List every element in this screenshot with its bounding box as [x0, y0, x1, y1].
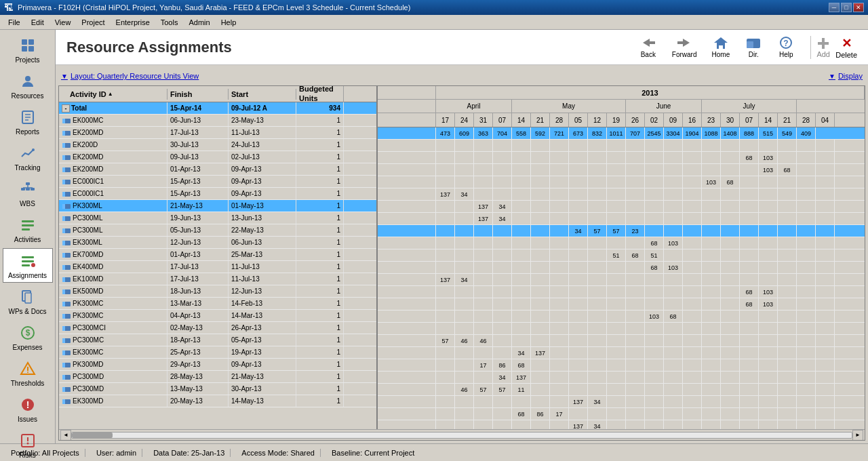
table-row[interactable]: EK300MD 20-May-13 14-May-13 1 — [59, 395, 376, 407]
table-row[interactable]: EK700MD 01-Apr-13 25-Mar-13 1 — [59, 249, 376, 261]
gantt-cell — [626, 310, 645, 322]
table-row[interactable]: EK000MC 06-Jun-13 23-May-13 1 — [59, 115, 376, 127]
h-scroll-track[interactable] — [71, 432, 852, 439]
layout-link[interactable]: ▼ Layout: Quarterly Resource Units View — [61, 72, 199, 80]
table-row[interactable]: EK300ML 12-Jun-13 06-Jun-13 1 — [59, 237, 376, 249]
sidebar-item-tracking[interactable]: Tracking — [3, 140, 53, 175]
main-table-area: Activity ID ▲ Finish Start — [58, 85, 865, 441]
table-row[interactable]: PK300MD 29-Apr-13 09-Apr-13 1 — [59, 359, 376, 371]
svg-rect-42 — [719, 45, 723, 49]
gantt-cell — [512, 420, 531, 429]
scroll-right-btn[interactable]: ► — [852, 430, 863, 441]
display-link[interactable]: ▼ Display — [829, 72, 863, 80]
collapse-btn[interactable]: - — [62, 104, 70, 113]
sidebar-item-expenses[interactable]: $ Expenses — [3, 320, 53, 355]
gantt-cell — [740, 213, 759, 224]
menu-admin[interactable]: Admin — [183, 17, 215, 28]
menu-file[interactable]: File — [3, 17, 26, 28]
menu-project[interactable]: Project — [76, 17, 110, 28]
gantt-cell — [721, 188, 740, 200]
gantt-cell — [455, 310, 474, 322]
gantt-month-row: AprilMayJuneJuly — [378, 100, 865, 113]
table-row[interactable]: PC300ML 05-Jun-13 22-May-13 1 — [59, 224, 376, 237]
total-row[interactable]: - Total 15-Apr-14 09-Jul-12 A 934 — [59, 102, 376, 115]
h-scroll-thumb[interactable] — [72, 433, 113, 438]
maximize-button[interactable]: □ — [841, 3, 852, 12]
minimize-button[interactable]: ─ — [829, 3, 840, 12]
dir-button[interactable]: Dir. — [740, 34, 767, 60]
gantt-cell — [645, 408, 664, 420]
table-body[interactable]: - Total 15-Apr-14 09-Jul-12 A 934 — [59, 102, 376, 429]
gantt-cell — [702, 213, 721, 224]
table-row[interactable]: EC000IC1 15-Apr-13 09-Apr-13 1 — [59, 188, 376, 200]
menu-view[interactable]: View — [50, 17, 77, 28]
row-activity: PC300MD — [59, 383, 167, 395]
sidebar-item-resources[interactable]: Resources — [3, 68, 53, 103]
row-task-icon — [62, 348, 71, 357]
gantt-cell — [493, 225, 512, 237]
menu-enterprise[interactable]: Enterprise — [111, 17, 155, 28]
home-button[interactable]: Home — [707, 34, 735, 60]
gantt-cell — [759, 335, 778, 346]
row-activity: EK000MC — [59, 115, 167, 126]
gantt-cell: 137 — [436, 188, 455, 200]
back-button[interactable]: Back — [635, 34, 662, 60]
table-row[interactable]: PC300MC 18-Apr-13 05-Apr-13 1 — [59, 334, 376, 346]
table-row[interactable]: EK200D 30-Jul-13 24-Jul-13 1 — [59, 139, 376, 151]
gantt-cell — [531, 237, 550, 249]
horizontal-scrollbar[interactable]: ◄ ► — [59, 429, 865, 440]
sidebar-item-reports[interactable]: Reports — [3, 104, 53, 139]
table-row[interactable]: PC300ML 19-Jun-13 13-Jun-13 1 — [59, 212, 376, 224]
help-button[interactable]: ? Help — [772, 34, 800, 60]
gantt-cell — [474, 372, 493, 383]
menu-tools[interactable]: Tools — [155, 17, 184, 28]
table-row[interactable]: EK200MD 01-Apr-13 09-Apr-13 1 — [59, 163, 376, 176]
table-row[interactable]: PK300ML 21-May-13 01-May-13 1 — [59, 200, 376, 212]
gantt-cell — [721, 286, 740, 298]
table-row[interactable]: EK100MD 17-Jul-13 11-Jul-13 1 — [59, 273, 376, 285]
menu-edit[interactable]: Edit — [26, 17, 50, 28]
gantt-cell — [550, 152, 569, 163]
sidebar-item-assignments[interactable]: Assignments — [3, 248, 53, 283]
table-row[interactable]: PC300MD 28-May-13 21-May-13 1 — [59, 371, 376, 383]
table-row[interactable]: EK500MD 18-Jun-13 12-Jun-13 1 — [59, 285, 376, 298]
gantt-cell: 137 — [569, 396, 588, 407]
gantt-cell — [702, 140, 721, 151]
table-row[interactable]: EK300MC 25-Apr-13 19-Apr-13 1 — [59, 346, 376, 359]
gantt-cell — [512, 249, 531, 261]
sidebar-item-wbs[interactable]: WBS — [3, 176, 53, 211]
menu-help[interactable]: Help — [216, 17, 242, 28]
svg-text:?: ? — [784, 39, 789, 48]
gantt-cell — [797, 310, 816, 322]
wbs-icon — [18, 180, 37, 199]
sidebar-item-wps[interactable]: WPs & Docs — [3, 284, 53, 319]
gantt-cell — [645, 201, 664, 212]
sidebar-item-activities[interactable]: Activities — [3, 212, 53, 247]
close-button[interactable]: ✕ — [853, 3, 864, 12]
home-icon — [713, 36, 729, 49]
table-row[interactable]: PK300MC 04-Apr-13 14-Mar-13 1 — [59, 310, 376, 322]
row-budgeted: 1 — [296, 298, 344, 309]
table-row[interactable]: EK400MD 17-Jul-13 11-Jul-13 1 — [59, 261, 376, 273]
gantt-cell: 68 — [626, 249, 645, 261]
gantt-cell — [702, 359, 721, 371]
week-28: 28 — [550, 113, 569, 127]
scroll-left-btn[interactable]: ◄ — [60, 430, 71, 441]
table-row[interactable]: PK300MC 13-Mar-13 14-Feb-13 1 — [59, 298, 376, 310]
row-activity: EC000IC1 — [59, 188, 167, 199]
sidebar-item-projects[interactable]: Projects — [3, 33, 53, 67]
gantt-cell — [816, 347, 835, 359]
table-row[interactable]: PC300MCI 02-May-13 26-Apr-13 1 — [59, 322, 376, 334]
table-row[interactable]: EC000IC1 15-Apr-13 09-Apr-13 1 — [59, 176, 376, 188]
sidebar-item-thresholds[interactable]: Thresholds — [3, 356, 53, 390]
table-row[interactable]: PC300MD 13-May-13 30-Apr-13 1 — [59, 383, 376, 395]
gantt-spacer — [378, 310, 436, 322]
table-row[interactable]: EK200MD 17-Jul-13 11-Jul-13 1 — [59, 127, 376, 139]
sidebar-item-issues[interactable]: ! Issues — [3, 392, 53, 426]
table-row[interactable]: EK200MD 09-Jul-13 02-Jul-13 1 — [59, 151, 376, 163]
forward-button[interactable]: Forward — [667, 34, 702, 60]
gantt-cell — [493, 286, 512, 298]
gantt-cell — [569, 310, 588, 322]
delete-button[interactable]: ✕ Delete — [835, 36, 857, 59]
gantt-cell — [436, 225, 455, 237]
